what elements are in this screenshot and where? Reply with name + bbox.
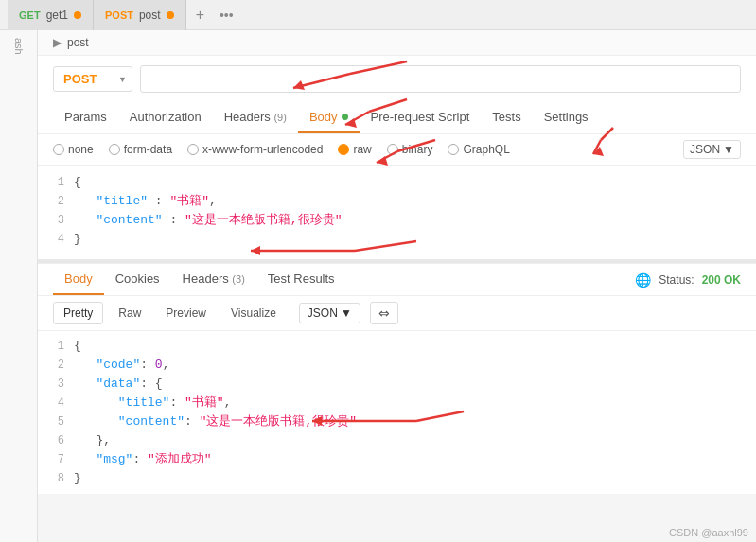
resp-val-title: "书籍" bbox=[185, 395, 224, 410]
radio-binary bbox=[387, 144, 398, 155]
tab-body[interactable]: Body bbox=[298, 102, 360, 133]
response-status: 🌐 Status: 200 OK bbox=[635, 272, 741, 288]
resp-line-num-7: 7 bbox=[45, 450, 74, 469]
radio-formdata-label: form-data bbox=[124, 143, 172, 156]
resp-key-code: "code" bbox=[96, 358, 140, 372]
resp-line-num-4: 4 bbox=[45, 393, 74, 412]
line-num-1: 1 bbox=[45, 173, 74, 192]
tab-headers[interactable]: Headers (9) bbox=[213, 102, 298, 133]
main-window: GET get1 POST post + ••• ash ▶ post bbox=[0, 0, 756, 542]
resp-format-select[interactable]: JSON ▼ bbox=[299, 303, 360, 323]
url-input[interactable]: http://localhost:8080/articles bbox=[140, 65, 741, 93]
resp-line-num-2: 2 bbox=[45, 356, 74, 375]
tab-prerequest-label: Pre-request Script bbox=[371, 110, 470, 124]
body-type-binary[interactable]: binary bbox=[387, 143, 433, 156]
wrap-button[interactable]: ⇔ bbox=[370, 302, 398, 324]
resp-line-7: 7 "msg": "添加成功" bbox=[38, 450, 756, 469]
req-code-line-4: 4 } bbox=[38, 230, 756, 249]
resp-line-num-8: 8 bbox=[45, 469, 74, 488]
watermark: CSDN @aaxhl99 bbox=[669, 527, 748, 538]
request-tabs: Params Authorization Headers (9) Body Pr… bbox=[38, 102, 756, 134]
response-code-editor: 1 { 2 "code": 0, 3 "data": { 4 bbox=[38, 331, 756, 494]
req-code-line-2: 2 "title" : "书籍", bbox=[38, 192, 756, 211]
radio-urlencoded bbox=[187, 144, 199, 155]
resp-content-4: "title": "书籍", bbox=[74, 393, 231, 412]
more-tabs-button[interactable]: ••• bbox=[214, 8, 239, 23]
resp-line-2: 2 "code": 0, bbox=[38, 356, 756, 375]
body-type-none[interactable]: none bbox=[53, 143, 94, 156]
add-tab-button[interactable]: + bbox=[186, 7, 214, 24]
colon-1: : bbox=[148, 194, 169, 208]
status-label: Status: bbox=[659, 273, 694, 287]
line-num-4: 4 bbox=[45, 230, 74, 249]
fmt-raw[interactable]: Raw bbox=[109, 303, 150, 323]
resp-line-4: 4 "title": "书籍", bbox=[38, 393, 756, 412]
body-type-formdata[interactable]: form-data bbox=[109, 143, 172, 156]
tab-authorization-label: Authorization bbox=[130, 110, 202, 124]
radio-graphql bbox=[448, 144, 459, 155]
fmt-visualize[interactable]: Visualize bbox=[221, 303, 286, 323]
resp-val-code: 0 bbox=[155, 358, 163, 372]
resp-key-data: "data" bbox=[96, 376, 140, 391]
resp-key-msg: "msg" bbox=[96, 452, 132, 466]
fmt-preview-label: Preview bbox=[166, 306, 206, 320]
resp-content-5: "content": "这是一本绝版书籍,很珍贵" bbox=[74, 412, 357, 431]
resp-tab-testresults-label: Test Results bbox=[268, 271, 335, 286]
resp-format-arrow: ▼ bbox=[341, 306, 352, 320]
tab-headers-label: Headers (9) bbox=[224, 110, 287, 124]
fmt-raw-label: Raw bbox=[118, 306, 141, 320]
tab-bar: GET get1 POST post + ••• bbox=[0, 0, 756, 30]
resp-line-num-1: 1 bbox=[45, 337, 74, 356]
response-format-bar: Pretty Raw Preview Visualize JSON ▼ ⇔ bbox=[38, 296, 756, 331]
tab-dot-get1 bbox=[74, 11, 81, 19]
colon-2: : bbox=[163, 213, 185, 227]
watermark-text: CSDN @aaxhl99 bbox=[669, 527, 748, 538]
resp-tab-testresults[interactable]: Test Results bbox=[256, 264, 346, 295]
body-type-urlencoded[interactable]: x-www-form-urlencoded bbox=[187, 143, 323, 156]
resp-content-8: } bbox=[74, 469, 81, 488]
response-panel: Body Cookies Headers (3) Test Results 🌐 … bbox=[38, 263, 756, 494]
tab-get1[interactable]: GET get1 bbox=[8, 0, 94, 30]
resp-key-title: "title" bbox=[118, 395, 170, 410]
radio-raw-label: raw bbox=[353, 143, 371, 156]
fmt-pretty[interactable]: Pretty bbox=[53, 302, 103, 324]
resp-line-3: 3 "data": { bbox=[38, 375, 756, 393]
tab-prerequest[interactable]: Pre-request Script bbox=[360, 102, 482, 133]
format-dropdown-arrow: ▼ bbox=[723, 143, 734, 156]
fmt-preview[interactable]: Preview bbox=[156, 303, 216, 323]
body-type-raw[interactable]: raw bbox=[338, 143, 371, 156]
resp-tab-cookies[interactable]: Cookies bbox=[104, 264, 171, 295]
resp-tab-body[interactable]: Body bbox=[53, 264, 104, 295]
tab-post-label: post bbox=[139, 9, 161, 22]
tab-tests[interactable]: Tests bbox=[481, 102, 532, 133]
radio-urlencoded-label: x-www-form-urlencoded bbox=[202, 143, 323, 156]
get-method-badge: GET bbox=[19, 9, 41, 21]
radio-none-label: none bbox=[68, 143, 94, 156]
request-section-header[interactable]: ▶ post bbox=[38, 30, 756, 56]
fmt-pretty-label: Pretty bbox=[63, 306, 93, 320]
method-select[interactable]: POST GET PUT DELETE bbox=[53, 66, 132, 92]
tab-params[interactable]: Params bbox=[53, 102, 118, 133]
tab-dot-post bbox=[167, 11, 174, 19]
resp-line-num-6: 6 bbox=[45, 431, 74, 450]
tab-post[interactable]: POST post bbox=[94, 0, 186, 30]
req-code-line-1: 1 { bbox=[38, 173, 756, 192]
resp-content-6: }, bbox=[74, 431, 111, 450]
format-dropdown[interactable]: JSON ▼ bbox=[683, 140, 741, 159]
headers-badge: (9) bbox=[273, 112, 286, 123]
content-area: ▶ post POST GET PUT DELETE http://localh… bbox=[38, 30, 756, 494]
tab-settings[interactable]: Settings bbox=[533, 102, 600, 133]
status-value: 200 OK bbox=[702, 273, 741, 287]
resp-tab-body-label: Body bbox=[64, 271, 93, 286]
resp-content-1: { bbox=[74, 337, 81, 356]
resp-tab-headers[interactable]: Headers (3) bbox=[171, 264, 256, 295]
tab-authorization[interactable]: Authorization bbox=[118, 102, 213, 133]
resp-tab-cookies-label: Cookies bbox=[115, 271, 160, 286]
body-active-dot bbox=[342, 114, 348, 120]
request-code-editor[interactable]: 1 { 2 "title" : "书籍", 3 "content" : "这是一… bbox=[38, 165, 756, 259]
val-title: "书籍" bbox=[169, 194, 209, 208]
body-type-bar: none form-data x-www-form-urlencoded raw… bbox=[38, 134, 756, 165]
body-type-graphql[interactable]: GraphQL bbox=[448, 143, 509, 156]
response-tabs: Body Cookies Headers (3) Test Results 🌐 … bbox=[38, 263, 756, 296]
resp-format-label: JSON bbox=[308, 306, 338, 320]
